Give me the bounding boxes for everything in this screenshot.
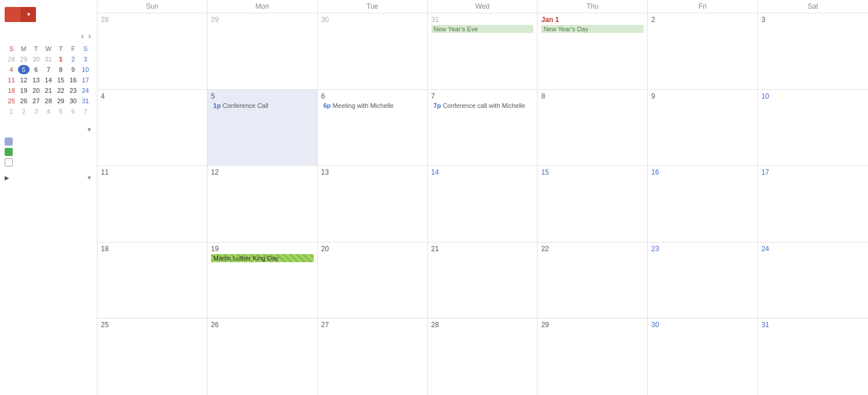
cal-day[interactable]: 77p Conference call with Michelle (428, 90, 538, 166)
mini-cal-day[interactable]: 9 (67, 65, 78, 74)
calendar-item-birthdays[interactable] (5, 147, 92, 157)
mini-cal-next[interactable]: › (87, 31, 92, 41)
mini-cal-day[interactable]: 13 (31, 75, 42, 85)
mini-cal-day[interactable]: 4 (43, 107, 54, 116)
cal-day[interactable]: 17 (758, 166, 868, 242)
cal-day[interactable]: Jan 1New Year's Day (537, 13, 648, 89)
mini-cal-day[interactable]: 1 (55, 55, 66, 64)
cal-day[interactable]: 29 (208, 13, 318, 89)
cal-day[interactable]: 25 (97, 318, 208, 395)
cal-day[interactable]: 8 (537, 90, 648, 166)
cal-day[interactable]: 15 (537, 166, 648, 242)
mini-cal-day[interactable]: 26 (18, 96, 29, 106)
mini-cal-day[interactable]: 31 (80, 96, 91, 106)
cal-day[interactable]: 31 (758, 318, 868, 395)
mini-cal-day[interactable]: 7 (43, 65, 54, 74)
mini-cal-day[interactable]: 28 (6, 55, 17, 64)
cal-day[interactable]: 2 (648, 13, 758, 89)
mini-cal-day[interactable]: 21 (43, 86, 54, 95)
cal-day[interactable]: 24 (758, 242, 868, 318)
cal-day[interactable]: 10 (758, 90, 868, 166)
calendar-event[interactable]: New Year's Day (541, 25, 644, 33)
mini-cal-day[interactable]: 24 (80, 86, 91, 95)
mini-cal-day[interactable]: 28 (43, 96, 54, 106)
cal-day-number: 26 (211, 321, 314, 329)
mini-cal-day[interactable]: 19 (18, 86, 29, 95)
mini-cal-day[interactable]: 23 (67, 86, 78, 95)
cal-day[interactable]: 19Martin Luther King Day (208, 242, 318, 318)
cal-day[interactable]: 23 (648, 242, 758, 318)
cal-day[interactable]: 9 (648, 90, 758, 166)
cal-day[interactable]: 51p Conference Call (208, 90, 318, 166)
mini-cal-day[interactable]: 1 (6, 107, 17, 116)
mini-cal-header: ‹ › (5, 31, 92, 41)
mini-cal-day[interactable]: 5 (55, 107, 66, 116)
cal-day[interactable]: 13 (318, 166, 428, 242)
cal-day[interactable]: 21 (428, 242, 538, 318)
mini-cal-day[interactable]: 30 (67, 96, 78, 106)
mini-cal-day[interactable]: 30 (31, 55, 42, 64)
cal-day[interactable]: 29 (537, 318, 648, 395)
mini-cal-day[interactable]: 7 (80, 107, 91, 116)
cal-day[interactable]: 28 (428, 318, 538, 395)
cal-day[interactable]: 11 (97, 166, 208, 242)
mini-cal-day[interactable]: 20 (31, 86, 42, 95)
mini-cal-day[interactable]: 3 (80, 55, 91, 64)
cal-day[interactable]: 18 (97, 242, 208, 318)
cal-header-day: Sat (758, 0, 868, 13)
other-calendars-header[interactable]: ▶ ▼ (5, 175, 92, 181)
cal-day[interactable]: 26 (208, 318, 318, 395)
cal-day[interactable]: 4 (97, 90, 208, 166)
mini-cal-day[interactable]: 14 (43, 75, 54, 85)
my-calendars-header[interactable]: ▼ (5, 126, 92, 133)
mini-cal-day[interactable]: 6 (67, 107, 78, 116)
mini-cal-day[interactable]: 11 (6, 75, 17, 85)
my-calendars-dropdown[interactable]: ▼ (86, 126, 92, 133)
calendar-item-cpc[interactable] (5, 136, 92, 147)
cal-day[interactable]: 12 (208, 166, 318, 242)
cal-day[interactable]: 20 (318, 242, 428, 318)
mini-cal-day[interactable]: 25 (6, 96, 17, 106)
cal-day[interactable]: 31New Year's Eve (428, 13, 538, 89)
mini-cal-day[interactable]: 18 (6, 86, 17, 95)
mini-cal-day[interactable]: 12 (18, 75, 29, 85)
calendar-event[interactable]: 6p Meeting with Michelle (321, 102, 424, 110)
cal-day[interactable]: 30 (318, 13, 428, 89)
cpc-calendar-color (5, 137, 13, 146)
mini-cal-day[interactable]: 22 (55, 86, 66, 95)
mini-cal-day[interactable]: 4 (6, 65, 17, 74)
calendar-event[interactable]: 7p Conference call with Michelle (431, 102, 534, 110)
mini-cal-day[interactable]: 10 (80, 65, 91, 74)
cal-day[interactable]: 22 (537, 242, 648, 318)
cal-day[interactable]: 16 (648, 166, 758, 242)
create-dropdown-arrow[interactable] (21, 7, 36, 22)
cal-day[interactable]: 3 (758, 13, 868, 89)
cal-day[interactable]: 28 (97, 13, 208, 89)
calendar-event[interactable]: New Year's Eve (431, 25, 534, 33)
mini-cal-prev[interactable]: ‹ (80, 31, 85, 41)
mini-cal-day[interactable]: 2 (67, 55, 78, 64)
calendar-event[interactable]: Martin Luther King Day (211, 254, 314, 262)
mini-cal-day[interactable]: 29 (55, 96, 66, 106)
mini-cal-day[interactable]: 17 (80, 75, 91, 85)
calendar-item-tasks[interactable] (5, 157, 92, 168)
calendar-event[interactable]: 1p Conference Call (211, 102, 314, 110)
mini-cal-day[interactable]: 31 (43, 55, 54, 64)
mini-cal-day[interactable]: 29 (18, 55, 29, 64)
mini-cal-day[interactable]: 15 (55, 75, 66, 85)
mini-cal-day[interactable]: 6 (31, 65, 42, 74)
mini-cal-day[interactable]: 27 (31, 96, 42, 106)
mini-cal-day[interactable]: 3 (31, 107, 42, 116)
mini-cal-day[interactable]: 5 (18, 65, 29, 74)
mini-cal-day[interactable]: 16 (67, 75, 78, 85)
cal-day[interactable]: 30 (648, 318, 758, 395)
other-calendars-dropdown[interactable]: ▼ (86, 175, 92, 181)
create-button[interactable] (5, 7, 36, 22)
cal-day-number: 28 (101, 16, 204, 24)
cal-day[interactable]: 66p Meeting with Michelle (318, 90, 428, 166)
mini-cal-day[interactable]: 2 (18, 107, 29, 116)
cal-day-number: Jan 1 (541, 16, 644, 24)
mini-cal-day[interactable]: 8 (55, 65, 66, 74)
cal-day[interactable]: 14 (428, 166, 538, 242)
cal-day[interactable]: 27 (318, 318, 428, 395)
